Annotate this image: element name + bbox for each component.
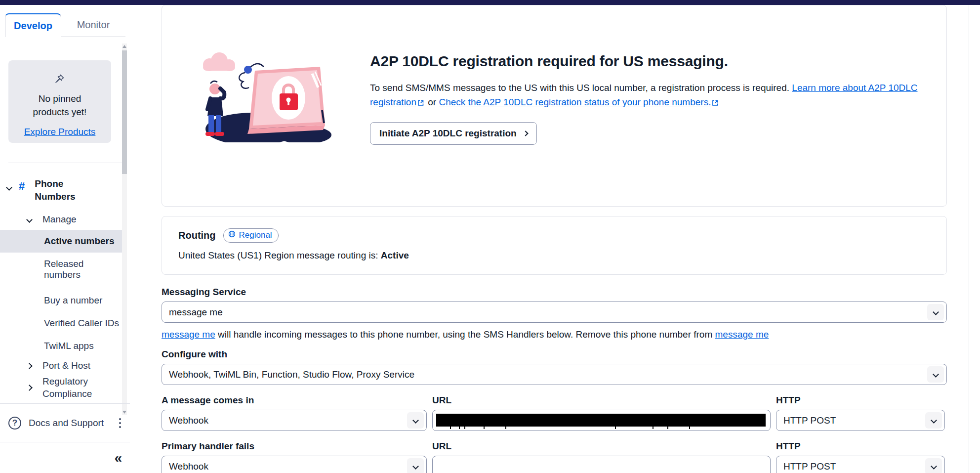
fallback-http-method-select[interactable]: HTTP POST <box>776 456 945 473</box>
primary-handler-fails-label: Primary handler fails <box>162 441 427 452</box>
sidebar-item-released-numbers[interactable]: Released numbers <box>0 253 91 286</box>
helper-text: will handle incoming messages to this ph… <box>218 329 712 340</box>
chevron-down-icon[interactable] <box>927 304 944 320</box>
sidebar-tabs: Develop Monitor <box>5 13 125 37</box>
http-method-value: HTTP POST <box>783 461 836 472</box>
docs-and-support-label: Docs and Support <box>29 418 117 429</box>
http-method-value: HTTP POST <box>783 415 836 426</box>
primary-handler-fails-select[interactable]: Webhook <box>162 456 427 473</box>
docs-and-support-row[interactable]: ? Docs and Support <box>0 403 130 442</box>
pinned-empty-line2: products yet! <box>8 105 111 119</box>
initiate-a2p-registration-button[interactable]: Initiate A2P 10DLC registration <box>370 122 537 145</box>
chevron-down-icon[interactable] <box>925 458 942 473</box>
scrollbar-thumb[interactable] <box>122 50 127 174</box>
handler-value: Webhook <box>169 415 208 426</box>
pinned-empty-line1: No pinned <box>8 92 111 105</box>
sidebar-item-label: Port & Host <box>42 360 90 371</box>
sidebar-collapse-bar: « <box>0 442 130 473</box>
messaging-service-select[interactable]: message me <box>162 301 947 323</box>
a2p-conjunction: or <box>428 97 436 107</box>
sidebar-item-label: Manage <box>42 214 77 225</box>
chevron-down-icon[interactable] <box>927 366 944 383</box>
question-circle-icon: ? <box>8 417 21 430</box>
configure-with-value: Webhook, TwiML Bin, Function, Studio Flo… <box>169 369 414 380</box>
routing-status-line: United States (US1) Region message routi… <box>178 250 946 261</box>
messaging-service-value: message me <box>169 307 223 318</box>
chevron-down-icon[interactable] <box>407 412 424 429</box>
a2p-illustration <box>191 51 331 206</box>
incoming-message-row: A message comes in Webhook URL <box>162 395 947 431</box>
redacted-url-value <box>436 414 766 427</box>
a2p-description: To send SMS/MMS messages to the US with … <box>370 81 938 110</box>
sidebar-item-twiml-apps[interactable]: TwiML apps <box>0 335 125 357</box>
a-message-comes-in-label: A message comes in <box>162 395 427 406</box>
top-navy-bar <box>0 0 980 5</box>
regional-badge: Regional <box>223 228 279 243</box>
chevron-right-icon[interactable] <box>26 363 33 369</box>
external-link-icon <box>712 96 719 110</box>
chevron-down-icon[interactable] <box>26 216 33 223</box>
sidebar-item-verified-caller-ids[interactable]: Verified Caller IDs <box>0 312 125 335</box>
a-message-comes-in-select[interactable]: Webhook <box>162 410 427 431</box>
handler-value: Webhook <box>169 461 208 472</box>
redaction-artifacts <box>436 427 766 430</box>
hash-icon: # <box>19 180 25 193</box>
routing-card: Routing Regional United States (US1) Reg… <box>162 216 947 275</box>
http-label: HTTP <box>776 395 945 406</box>
sidebar-item-buy-a-number[interactable]: Buy a number <box>0 289 125 312</box>
main-content: A2P 10DLC registration required for US m… <box>142 5 969 473</box>
sidebar-scrollbar[interactable] <box>122 43 127 415</box>
sidebar-item-active-numbers[interactable]: Active numbers <box>0 230 125 253</box>
fallback-url-input[interactable] <box>432 456 771 473</box>
messaging-service-link[interactable]: message me <box>162 329 215 340</box>
chevron-right-icon[interactable] <box>26 385 33 391</box>
external-link-icon <box>417 96 424 110</box>
tab-monitor[interactable]: Monitor <box>61 13 125 37</box>
sidebar-nav: # Phone Numbers Manage Active numbers Re… <box>0 177 125 400</box>
chevron-down-icon[interactable] <box>407 458 424 473</box>
messaging-service-link[interactable]: message me <box>715 329 769 340</box>
sidebar-item-manage[interactable]: Manage <box>0 214 125 225</box>
button-label: Initiate A2P 10DLC registration <box>379 128 517 139</box>
sidebar: Develop Monitor No pinned products yet! … <box>0 5 130 473</box>
url-label: URL <box>432 441 771 452</box>
configure-with-label: Configure with <box>162 349 947 360</box>
check-a2p-status-link[interactable]: Check the A2P 10DLC registration status … <box>439 97 711 107</box>
primary-handler-fails-row: Primary handler fails Webhook URL HTTP H… <box>162 441 947 473</box>
sidebar-item-label: Phone Numbers <box>35 177 89 203</box>
globe-icon <box>228 230 236 240</box>
sidebar-item-regulatory-compliance[interactable]: Regulatory Compliance <box>0 375 125 400</box>
sidebar-item-label: Regulatory Compliance <box>42 375 104 400</box>
incoming-url-input[interactable] <box>432 410 771 431</box>
a2p-body-text: To send SMS/MMS messages to the US with … <box>370 83 789 93</box>
a2p-registration-card: A2P 10DLC registration required for US m… <box>162 5 947 207</box>
http-label: HTTP <box>776 441 945 452</box>
chevron-right-icon <box>523 130 528 136</box>
chevron-down-icon[interactable] <box>6 184 12 191</box>
messaging-service-label: Messaging Service <box>162 287 947 298</box>
configure-with-select[interactable]: Webhook, TwiML Bin, Function, Studio Flo… <box>162 364 947 385</box>
incoming-http-method-select[interactable]: HTTP POST <box>776 410 945 431</box>
a2p-heading: A2P 10DLC registration required for US m… <box>370 53 945 70</box>
routing-title: Routing <box>178 230 216 241</box>
kebab-menu-icon[interactable] <box>117 416 123 430</box>
messaging-service-helper: message me will handle incoming messages… <box>162 329 947 340</box>
routing-status-value: Active <box>381 250 409 260</box>
routing-status-text: United States (US1) Region message routi… <box>178 250 378 260</box>
tab-develop[interactable]: Develop <box>5 13 61 37</box>
pin-icon <box>54 73 65 86</box>
badge-label: Regional <box>239 230 272 240</box>
chevron-down-icon[interactable] <box>925 412 942 429</box>
url-label: URL <box>432 395 771 406</box>
sidebar-item-phone-numbers[interactable]: # Phone Numbers <box>0 177 125 203</box>
sidebar-divider <box>8 163 122 163</box>
scroll-up-arrow-icon[interactable] <box>122 45 126 48</box>
sidebar-item-port-and-host[interactable]: Port & Host <box>0 360 125 371</box>
explore-products-link[interactable]: Explore Products <box>24 127 96 137</box>
collapse-sidebar-button[interactable]: « <box>114 450 122 466</box>
pinned-products-card: No pinned products yet! Explore Products <box>8 60 111 143</box>
